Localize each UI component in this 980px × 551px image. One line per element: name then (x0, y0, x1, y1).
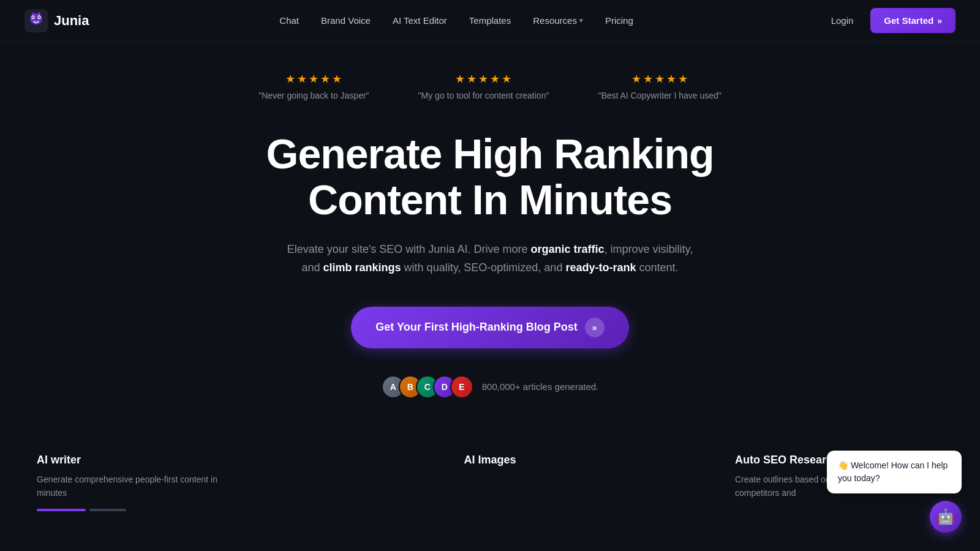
svg-point-5 (39, 16, 40, 17)
cta-button[interactable]: Get Your First High-Ranking Blog Post » (351, 307, 628, 348)
chat-widget: 👋 Welcome! How can I help you today? 🤖 (827, 451, 962, 533)
hero-section: ★ ★ ★ ★ ★ "Never going back to Jasper" ★… (0, 42, 980, 423)
rating-item-1: ★ ★ ★ ★ ★ "Never going back to Jasper" (258, 72, 369, 100)
feature-ai-images-title: AI Images (464, 454, 516, 467)
hero-subheadline: Elevate your site's SEO with Junia AI. D… (282, 240, 698, 277)
nav-link-brand-voice[interactable]: Brand Voice (312, 10, 379, 31)
feature-ai-images: AI Images (464, 454, 516, 467)
feature-ai-writer-title: AI writer (37, 454, 245, 467)
avatars-group: A B C D E (382, 375, 473, 399)
cta-label: Get Your First High-Ranking Blog Post (375, 321, 577, 334)
rating-text-2: "My go to tool for content creation" (418, 91, 549, 100)
stars-3: ★ ★ ★ ★ ★ (631, 72, 688, 86)
chevron-down-icon: ▾ (579, 17, 583, 24)
nav-link-resources[interactable]: Resources ▾ (524, 10, 592, 31)
nav-link-chat[interactable]: Chat (271, 10, 307, 31)
social-proof: A B C D E 800,000+ articles generated. (382, 375, 599, 399)
chat-avatar-icon: 🤖 (937, 508, 955, 525)
hero-headline: Generate High Ranking Content In Minutes (227, 131, 753, 223)
feature-ai-writer: AI writer Generate comprehensive people-… (37, 454, 245, 511)
nav-link-templates[interactable]: Templates (461, 10, 519, 31)
rating-item-2: ★ ★ ★ ★ ★ "My go to tool for content cre… (418, 72, 549, 100)
rating-text-1: "Never going back to Jasper" (258, 91, 369, 100)
rating-item-3: ★ ★ ★ ★ ★ "Best AI Copywriter I have use… (598, 72, 721, 100)
login-button[interactable]: Login (824, 10, 861, 31)
get-started-button[interactable]: Get Started » (870, 8, 956, 33)
avatar: E (450, 375, 473, 399)
progress-bar-unfilled (89, 509, 126, 511)
social-proof-text: 800,000+ articles generated. (482, 381, 599, 392)
arrows-icon: » (937, 16, 942, 26)
feature-ai-writer-progress (37, 509, 245, 511)
stars-1: ★ ★ ★ ★ ★ (285, 72, 342, 86)
nav-actions: Login Get Started » (824, 8, 956, 33)
logo[interactable]: Junia (24, 9, 89, 32)
navbar: Junia Chat Brand Voice AI Text Editor Te… (0, 0, 980, 42)
svg-point-4 (32, 16, 34, 17)
rating-text-3: "Best AI Copywriter I have used" (598, 91, 721, 100)
progress-bar-filled (37, 509, 86, 511)
nav-link-pricing[interactable]: Pricing (597, 10, 642, 31)
nav-link-text-editor[interactable]: AI Text Editor (384, 10, 456, 31)
ratings-row: ★ ★ ★ ★ ★ "Never going back to Jasper" ★… (24, 72, 956, 100)
chat-bubble: 👋 Welcome! How can I help you today? (827, 451, 962, 493)
logo-icon (24, 9, 48, 32)
nav-links: Chat Brand Voice AI Text Editor Template… (271, 10, 641, 31)
stars-2: ★ ★ ★ ★ ★ (455, 72, 511, 86)
cta-arrows-icon: » (585, 318, 605, 337)
chat-open-button[interactable]: 🤖 (930, 501, 962, 533)
logo-text: Junia (54, 13, 89, 29)
feature-ai-writer-desc: Generate comprehensive people-first cont… (37, 473, 245, 500)
